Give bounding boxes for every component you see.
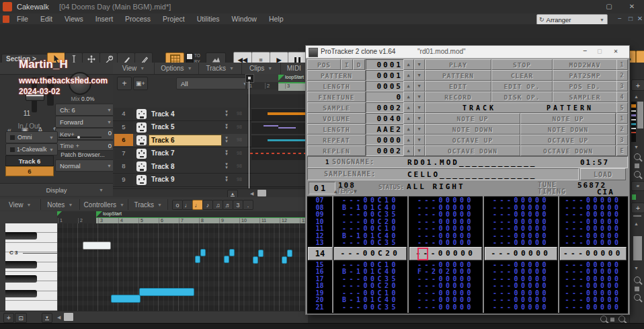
pt-button-mod2wav[interactable]: MOD2WAV bbox=[553, 59, 617, 70]
pt-track-note-up-button[interactable]: NOTE UP bbox=[425, 113, 520, 124]
track-row[interactable]: 8Track 8▾▾98 bbox=[113, 160, 247, 174]
pt-pattern-cell[interactable]: B-101C40 bbox=[334, 268, 407, 276]
pt-up-button[interactable]: ▲ bbox=[403, 81, 414, 92]
pt-pattern-cell[interactable]: B-101C40 bbox=[334, 297, 407, 304]
rail-scroll-thumb[interactable] bbox=[637, 102, 643, 129]
pt-pattern-cell[interactable]: ---00000 bbox=[485, 225, 557, 233]
pt-pattern-cell[interactable]: ---00000 bbox=[560, 240, 627, 247]
pt-pattern-cell[interactable]: ---00C10 bbox=[334, 197, 407, 205]
pt-up-button[interactable]: ▲ bbox=[403, 70, 414, 81]
pt-up-button[interactable]: ▲ bbox=[403, 145, 414, 156]
pt-button-play[interactable]: PLAY bbox=[425, 59, 491, 70]
track-name[interactable]: Track 5 bbox=[149, 122, 221, 132]
pt-button-disk-op-[interactable]: DISK OP. bbox=[491, 92, 553, 102]
pt-down-button[interactable]: ▼ bbox=[414, 81, 425, 92]
pt-side-button-8[interactable]: E bbox=[616, 145, 628, 156]
child-minimize-icon[interactable]: − bbox=[614, 14, 625, 24]
menu-edit[interactable]: Edit bbox=[34, 13, 58, 24]
sixteenth-note-button[interactable]: ♫ bbox=[212, 200, 223, 210]
menu-utilities[interactable]: Utilities bbox=[191, 13, 226, 24]
pt-samplename-value[interactable]: CELLO_______________ bbox=[407, 170, 536, 179]
pt-pattern-cell[interactable]: ---00000 bbox=[409, 304, 482, 312]
menu-window[interactable]: Window bbox=[226, 13, 263, 24]
pt-button-pattern[interactable]: PATTERN bbox=[425, 70, 491, 81]
pt-pattern-cell[interactable]: ---00C35 bbox=[334, 304, 407, 312]
direction-select[interactable]: Forward▼ bbox=[55, 116, 116, 128]
pan-fader-track[interactable] bbox=[47, 76, 54, 106]
patch-browser-link[interactable]: Patch Browser... bbox=[55, 151, 110, 158]
pt-current-row-cell[interactable]: ---00C20 bbox=[334, 247, 407, 260]
rail2-scroll-thumb[interactable] bbox=[633, 236, 642, 260]
playhead-handle[interactable] bbox=[245, 74, 254, 83]
pt-track-octave-up-button[interactable]: OCTAVE UP bbox=[425, 135, 520, 145]
zoom-box[interactable] bbox=[610, 318, 614, 322]
pt-pattern-cell[interactable]: ---00000 bbox=[409, 283, 482, 290]
pt-maximize-icon[interactable]: □ bbox=[598, 47, 602, 54]
pt-pattern-cell[interactable]: ---00000 bbox=[560, 225, 627, 233]
pt-pattern-octave-down-button[interactable]: OCTAVE DOWN bbox=[520, 145, 616, 156]
pt-button-pos-ed-[interactable]: POS ED. bbox=[553, 81, 617, 92]
pt-side-button-2[interactable]: 3 bbox=[616, 81, 628, 92]
mix-knob[interactable] bbox=[69, 72, 91, 95]
clip-block[interactable] bbox=[251, 148, 308, 160]
pt-pattern-note-up-button[interactable]: NOTE UP bbox=[520, 113, 616, 124]
tempo-up-icon[interactable]: ▼ bbox=[354, 188, 357, 194]
pt-pattern-cell[interactable]: ---00000 bbox=[409, 240, 482, 247]
arranger-select[interactable]: ↻ Arranger ▼ bbox=[536, 14, 608, 25]
pt-pattern-cell[interactable]: ---00C20 bbox=[334, 283, 407, 290]
pt-up-button[interactable]: ▲ bbox=[403, 59, 414, 70]
pt-side-button-3[interactable]: 4 bbox=[616, 92, 628, 102]
mode-select[interactable]: Normal▼ bbox=[55, 159, 116, 172]
pianoroll-tab-notes[interactable]: Notes▼ bbox=[41, 199, 81, 210]
pt-pattern-cell[interactable]: ---00000 bbox=[485, 240, 557, 247]
midi-note[interactable] bbox=[229, 249, 235, 256]
whole-note-button[interactable]: o bbox=[172, 200, 183, 210]
pt-track-note-down-button[interactable]: NOTE DOWN bbox=[425, 124, 520, 135]
pianoroll-tab-tracks[interactable]: Tracks▼ bbox=[128, 199, 168, 210]
midi-note[interactable] bbox=[258, 250, 264, 257]
input-select[interactable]: Omni▼ bbox=[5, 131, 58, 143]
pt-button-edit[interactable]: EDIT bbox=[425, 81, 491, 92]
pt-track-octave-down-button[interactable]: OCTAVE DOWN bbox=[425, 145, 520, 156]
midi-note[interactable] bbox=[200, 249, 206, 256]
rail-up-icon[interactable]: ▲ bbox=[634, 94, 639, 99]
rail2-zoom-out-icon[interactable] bbox=[634, 277, 641, 283]
rail2-add-button[interactable]: + bbox=[631, 203, 644, 213]
rail-zoom-in-icon[interactable] bbox=[634, 171, 641, 178]
hscroll-thumb[interactable] bbox=[64, 313, 73, 321]
hscroll-left-icon[interactable]: ◀ bbox=[57, 315, 61, 320]
track-row[interactable]: 4Track 4▾▾98 bbox=[113, 108, 247, 121]
pt-pattern-cell[interactable]: ---00000 bbox=[560, 268, 627, 276]
rail2-up-icon[interactable]: ▲ bbox=[634, 221, 639, 226]
trackview-tab-midi[interactable]: MIDI bbox=[281, 63, 308, 74]
midi-note[interactable] bbox=[139, 288, 194, 296]
pt-pattern-cell[interactable]: ---00000 bbox=[560, 197, 627, 205]
menu-insert[interactable]: Insert bbox=[89, 13, 119, 24]
rail-down-icon[interactable]: ▼ bbox=[634, 145, 639, 149]
midi-note[interactable] bbox=[253, 256, 258, 264]
pt-down-button[interactable]: ▼ bbox=[414, 59, 425, 70]
pt-pattern-cell[interactable]: ---00C35 bbox=[334, 211, 407, 219]
pt-pattern-cell[interactable]: ---00000 bbox=[485, 268, 557, 276]
rail-collapse-button[interactable]: « bbox=[631, 181, 644, 191]
track-name-button[interactable]: Track 6 bbox=[5, 155, 54, 166]
track-widget-chevrons[interactable]: ▾▾ bbox=[223, 110, 230, 116]
pt-button-record[interactable]: RECORD bbox=[425, 92, 491, 102]
pt-pattern-cell[interactable]: ---00000 bbox=[409, 211, 482, 219]
midi-note[interactable] bbox=[287, 250, 292, 257]
duplicate-track-button[interactable]: ▣+ bbox=[133, 77, 148, 90]
add-button[interactable]: + bbox=[3, 313, 14, 323]
pt-load-button[interactable]: LOAD bbox=[580, 168, 626, 180]
hscroll-left-icon[interactable]: ◀ bbox=[250, 191, 253, 196]
pt-side-button-1[interactable]: 2 bbox=[616, 70, 628, 81]
track-widget-chevrons[interactable]: ▾▾ bbox=[223, 150, 230, 156]
pt-button-clear[interactable]: CLEAR bbox=[491, 70, 553, 81]
trackview-tab-view[interactable]: View▼ bbox=[113, 63, 155, 74]
hscroll-thumb[interactable] bbox=[257, 190, 266, 196]
pt-pattern-cell[interactable]: ---00000 bbox=[485, 283, 557, 290]
pt-side-button-5[interactable]: 1 bbox=[616, 113, 628, 124]
pt-minimize-icon[interactable]: − bbox=[583, 47, 587, 54]
midi-note[interactable] bbox=[282, 256, 287, 264]
pt-down-button[interactable]: ▼ bbox=[414, 92, 425, 102]
menu-file[interactable]: File bbox=[11, 13, 34, 24]
